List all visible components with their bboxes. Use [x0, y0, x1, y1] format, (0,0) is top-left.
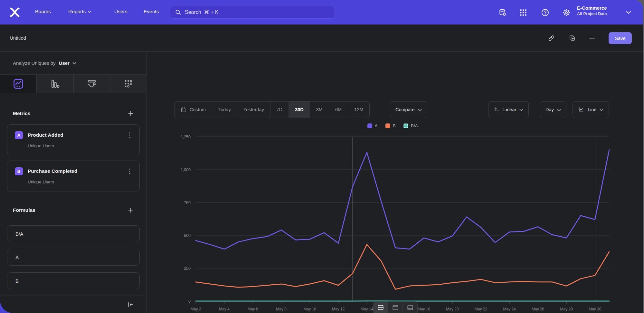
tab-flows[interactable]	[74, 75, 110, 93]
calendar-icon	[181, 107, 187, 113]
axis-scale-icon	[494, 106, 500, 113]
help-icon[interactable]	[541, 8, 549, 17]
chevron-down-icon	[519, 109, 523, 112]
add-formula-icon[interactable]	[128, 207, 134, 213]
range-label: 12M	[354, 107, 363, 112]
analyze-value: User	[59, 60, 70, 66]
legend-label: B	[393, 123, 396, 128]
app-window: Boards Reports Users Events	[0, 0, 643, 313]
compare-label: Compare	[395, 107, 415, 112]
formula-card[interactable]: B	[7, 272, 140, 289]
legend-swatch-b	[385, 123, 390, 128]
svg-text:May 26: May 26	[532, 307, 545, 311]
search-bar[interactable]	[170, 6, 335, 19]
layout-split-button[interactable]	[373, 302, 388, 313]
nav-item-boards[interactable]: Boards	[35, 9, 51, 15]
chevron-down-icon	[88, 11, 91, 13]
chevron-down-icon[interactable]	[626, 10, 631, 15]
legend-label: B/A	[411, 123, 418, 128]
range-today[interactable]: Today	[212, 102, 237, 118]
range-label: 6M	[335, 107, 342, 112]
search-input[interactable]	[185, 9, 320, 15]
report-canvas: Untitled Save Analyze Uniques by User	[0, 24, 643, 313]
formula-label: B/A	[15, 231, 23, 237]
data-management-icon[interactable]	[498, 8, 507, 17]
line-chart-svg[interactable]: 02505007501,0001,25011May 2May 4May 6May…	[174, 132, 631, 313]
range-label: 30D	[295, 107, 304, 112]
settings-icon[interactable]	[562, 8, 571, 17]
kebab-menu-icon[interactable]	[127, 132, 132, 138]
svg-text:May 2: May 2	[191, 307, 201, 311]
formula-card[interactable]: A	[7, 249, 140, 266]
apps-grid-icon[interactable]	[519, 8, 527, 17]
range-7d[interactable]: 7D	[270, 102, 289, 118]
nav-item-label: Reports	[68, 9, 86, 15]
formula-label: A	[15, 255, 19, 260]
mixpanel-logo[interactable]	[9, 6, 21, 18]
date-range-control: Custom Today Yesterday 7D 30D 3M 6M 12M	[174, 101, 370, 118]
legend-item-ba[interactable]: B/A	[403, 123, 418, 128]
legend-swatch-a	[367, 123, 372, 128]
range-label: 7D	[277, 107, 283, 112]
chart-type-label: Line	[588, 107, 596, 112]
layout-table-button[interactable]	[403, 302, 417, 313]
scale-button[interactable]: Linear	[488, 101, 529, 118]
tab-insights[interactable]	[0, 75, 37, 93]
more-options-icon[interactable]	[589, 35, 595, 42]
interval-button[interactable]: Day	[540, 101, 566, 118]
report-header: Untitled Save	[0, 24, 643, 52]
range-label: Today	[218, 107, 231, 112]
report-title[interactable]: Untitled	[10, 35, 26, 41]
nav-item-reports[interactable]: Reports	[68, 9, 91, 15]
chevron-down-icon	[600, 109, 603, 112]
layout-split-icon	[377, 304, 384, 311]
sidebar-footer	[0, 296, 147, 313]
flows-tab-icon	[86, 78, 97, 89]
range-12m[interactable]: 12M	[348, 102, 369, 118]
divider	[603, 34, 603, 43]
legend-item-b[interactable]: B	[385, 123, 396, 128]
range-3m[interactable]: 3M	[310, 102, 329, 118]
scale-label: Linear	[503, 107, 516, 112]
range-yesterday[interactable]: Yesterday	[237, 102, 270, 118]
nav-item-users[interactable]: Users	[114, 9, 127, 15]
chevron-down-icon	[557, 109, 561, 112]
formula-card[interactable]: B/A	[7, 225, 140, 242]
metric-card-b[interactable]: B Purchase Completed Unique Users	[7, 161, 140, 191]
formulas-title: Formulas	[13, 207, 35, 213]
analyze-uniques-selector[interactable]: Analyze Uniques by User	[0, 52, 147, 75]
copy-link-icon[interactable]	[548, 35, 555, 42]
legend-item-a[interactable]: A	[367, 123, 378, 128]
chart-panel: Custom Today Yesterday 7D 30D 3M 6M 12M …	[147, 52, 643, 313]
compare-button[interactable]: Compare	[390, 101, 427, 118]
legend-label: A	[375, 123, 378, 128]
duplicate-icon[interactable]	[569, 35, 575, 42]
add-metric-icon[interactable]	[128, 110, 134, 117]
tab-retention[interactable]	[110, 75, 147, 93]
metric-card-a[interactable]: A Product Added Unique Users	[7, 124, 140, 155]
line-chart[interactable]: 02505007501,0001,25011May 2May 4May 6May…	[174, 132, 631, 313]
tab-bar-chart[interactable]	[37, 75, 73, 93]
chart-type-button[interactable]: Line	[573, 101, 609, 118]
svg-text:500: 500	[184, 233, 191, 238]
metric-name: Purchase Completed	[28, 168, 77, 174]
range-custom[interactable]: Custom	[175, 102, 212, 118]
svg-text:May 28: May 28	[560, 307, 573, 311]
layout-chart-button[interactable]	[388, 302, 403, 313]
metric-measure[interactable]: Unique Users	[28, 143, 54, 148]
formulas-section-header: Formulas	[13, 207, 134, 213]
project-scope: All Project Data	[577, 12, 607, 16]
nav-item-events[interactable]: Events	[144, 9, 159, 15]
collapse-sidebar-icon[interactable]	[127, 301, 134, 308]
kebab-menu-icon[interactable]	[127, 168, 132, 174]
search-icon	[175, 9, 181, 15]
project-switcher[interactable]: E-Commerce All Project Data	[577, 5, 607, 16]
metric-measure[interactable]: Unique Users	[28, 180, 54, 184]
svg-text:1,000: 1,000	[181, 168, 191, 172]
range-6m[interactable]: 6M	[329, 102, 348, 118]
range-30d[interactable]: 30D	[289, 102, 310, 118]
range-label: Yesterday	[243, 107, 264, 112]
save-button[interactable]: Save	[609, 32, 632, 44]
nav-item-label: Events	[144, 9, 159, 15]
svg-text:May 4: May 4	[219, 307, 230, 311]
